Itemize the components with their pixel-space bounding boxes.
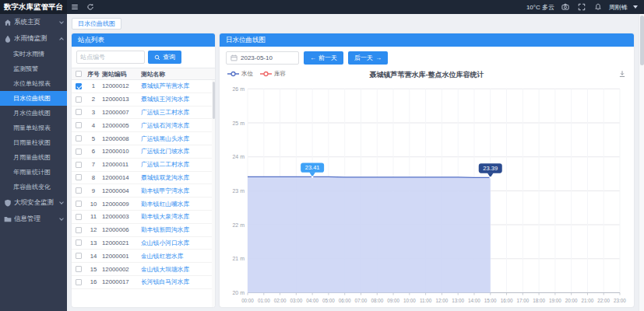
sidebar-item-hydrology[interactable]: 水雨情监测 <box>0 30 67 47</box>
row-station-name[interactable]: 广运镇黑山头水库 <box>141 135 215 143</box>
column-header-name: 测站名称 <box>141 70 215 79</box>
refresh-icon[interactable] <box>83 0 98 14</box>
row-checkbox[interactable] <box>76 253 82 259</box>
legend-label: 库容 <box>274 70 286 78</box>
row-station-code: 12000011 <box>102 161 141 168</box>
svg-text:23:00: 23:00 <box>614 298 626 303</box>
sidebar-subitem[interactable]: 实时水雨情 <box>0 47 67 61</box>
row-checkbox[interactable] <box>76 96 82 103</box>
svg-text:15:00: 15:00 <box>484 298 497 303</box>
sidebar-subitem[interactable]: 年雨量统计图 <box>0 165 67 180</box>
row-checkbox[interactable] <box>76 135 82 142</box>
date-picker[interactable]: 2023-05-10 <box>226 51 299 65</box>
row-station-name[interactable]: 众山镇小河口水库 <box>141 239 215 247</box>
row-station-name[interactable]: 广运镇石河湾水库 <box>141 121 215 130</box>
row-station-name[interactable]: 勤丰镇新田沟水库 <box>141 225 215 234</box>
row-station-name[interactable]: 勤丰镇甲宁湾水库 <box>141 187 215 195</box>
table-row[interactable]: 1312000021众山镇小河口水库 <box>72 237 215 250</box>
row-station-name[interactable]: 聂城镇芦苇营水库 <box>141 82 215 90</box>
table-scrollbar-thumb[interactable] <box>213 82 215 119</box>
row-station-name[interactable]: 聂城镇王河沟水库 <box>141 95 215 103</box>
select-all-checkbox[interactable] <box>76 71 82 77</box>
table-row[interactable]: 1212000006勤丰镇新田沟水库 <box>72 224 215 237</box>
table-row[interactable]: 312000007广运镇三工村水库 <box>72 107 215 120</box>
bell-icon[interactable] <box>593 0 604 14</box>
row-station-name[interactable]: 聂城镇双龙沟水库 <box>141 173 215 182</box>
chevron-down-icon <box>633 5 638 9</box>
water-level-chart[interactable]: 26 m25 m24 m23 m22 m21 m20 m00:0001:0002… <box>224 81 629 306</box>
legend-item[interactable]: 水位 <box>227 70 253 78</box>
table-row[interactable]: 1612000017长河镇白马河水库 <box>72 276 215 289</box>
table-row[interactable]: 612000010广运镇北门坡水库 <box>72 145 215 159</box>
chart-area: 26 m25 m24 m23 m22 m21 m20 m00:0001:0002… <box>220 81 634 307</box>
row-checkbox[interactable] <box>76 239 82 246</box>
sidebar-subitem[interactable]: 日雨量柱状图 <box>0 135 67 150</box>
username[interactable]: 周刚锋 <box>609 3 628 12</box>
row-checkbox[interactable] <box>76 109 82 115</box>
row-station-code: 12000010 <box>102 148 141 155</box>
sidebar-subitem[interactable]: 月水位曲线图 <box>0 106 67 121</box>
sidebar-item-home[interactable]: 系统主页 <box>0 14 67 30</box>
table-row[interactable]: 512000008广运镇黑山头水库 <box>72 132 215 145</box>
row-checkbox[interactable] <box>76 162 82 168</box>
sidebar-subitem[interactable]: 库容曲线变化 <box>0 180 67 194</box>
chart-header: 水位库容 聂城镇芦苇营水库-整点水位库容统计 <box>220 69 634 81</box>
next-day-button[interactable]: 后一天 → <box>348 51 388 65</box>
table-row[interactable]: 1512000002金山镇大坝塘水库 <box>72 263 215 276</box>
table-row[interactable]: 412000005广运镇石河湾水库 <box>72 119 215 132</box>
row-index: 11 <box>85 213 102 220</box>
table-scrollbar[interactable] <box>212 80 215 307</box>
window-scrollbar[interactable] <box>639 14 644 311</box>
row-checkbox[interactable] <box>76 122 82 128</box>
svg-text:11:00: 11:00 <box>420 298 432 303</box>
table-row[interactable]: 112000012聂城镇芦苇营水库 <box>72 80 215 93</box>
fullscreen-icon[interactable] <box>576 0 587 14</box>
row-checkbox[interactable] <box>76 174 82 180</box>
download-icon[interactable] <box>618 70 626 78</box>
row-checkbox[interactable] <box>76 149 82 155</box>
row-checkbox[interactable] <box>76 214 82 220</box>
menu-collapse-icon[interactable] <box>67 0 83 14</box>
table-row[interactable]: 1412000001金山镇红岩水库 <box>72 250 215 263</box>
sidebar-subitem[interactable]: 水位单站报表 <box>0 76 67 91</box>
row-station-name[interactable]: 广运镇三工村水库 <box>141 108 215 117</box>
prev-day-button[interactable]: ← 前一天 <box>304 51 343 65</box>
shield-icon <box>4 199 12 207</box>
table-row[interactable]: 1012000009勤丰镇红山嘴水库 <box>72 197 215 211</box>
window-scrollbar-thumb[interactable] <box>640 16 644 65</box>
table-row[interactable]: 912000004勤丰镇甲宁湾水库 <box>72 184 215 197</box>
open-page-tag[interactable]: 日水位曲线图 <box>72 18 121 30</box>
row-station-name[interactable]: 金山镇大坝塘水库 <box>141 265 215 274</box>
row-station-name[interactable]: 广运镇北门坡水库 <box>141 147 215 156</box>
svg-text:18:00: 18:00 <box>533 298 545 303</box>
sidebar-item-dam-safety[interactable]: 大坝安全监测 <box>0 194 67 211</box>
home-icon <box>4 19 12 26</box>
sidebar-item-info-management[interactable]: 信息管理 <box>0 211 67 227</box>
row-station-name[interactable]: 勤丰镇大泉湾水库 <box>141 212 215 221</box>
svg-text:06:00: 06:00 <box>339 298 351 303</box>
row-checkbox[interactable] <box>76 201 82 207</box>
row-checkbox[interactable] <box>76 266 82 272</box>
table-row[interactable]: 212000013聂城镇王河沟水库 <box>72 93 215 107</box>
row-checkbox[interactable] <box>76 187 82 194</box>
sidebar-subitem[interactable]: 雨量单站报表 <box>0 121 67 135</box>
sidebar-subitem[interactable]: 月雨量曲线图 <box>0 150 67 165</box>
table-row[interactable]: 812000014聂城镇双龙沟水库 <box>72 172 215 185</box>
row-checkbox[interactable] <box>76 279 82 285</box>
row-station-name[interactable]: 勤丰镇红山嘴水库 <box>141 200 215 208</box>
sidebar-subitem[interactable]: 监测预警 <box>0 61 67 76</box>
row-checkbox[interactable] <box>76 83 82 89</box>
station-search-input[interactable] <box>76 51 145 64</box>
svg-text:20 m: 20 m <box>232 290 245 296</box>
row-station-name[interactable]: 长河镇白马河水库 <box>141 278 215 286</box>
table-row[interactable]: 1112000003勤丰镇大泉湾水库 <box>72 211 215 224</box>
row-station-name[interactable]: 广运镇二工村水库 <box>141 160 215 169</box>
legend-item[interactable]: 库容 <box>260 70 286 78</box>
table-header-row: 序号 测站编码 测站名称 <box>72 68 215 80</box>
row-checkbox[interactable] <box>76 227 82 233</box>
camera-icon[interactable] <box>560 0 571 14</box>
search-button[interactable]: 查询 <box>148 51 181 64</box>
table-row[interactable]: 712000011广运镇二工村水库 <box>72 159 215 172</box>
sidebar-subitem[interactable]: 日水位曲线图 <box>0 91 67 106</box>
row-station-name[interactable]: 金山镇红岩水库 <box>141 252 215 260</box>
